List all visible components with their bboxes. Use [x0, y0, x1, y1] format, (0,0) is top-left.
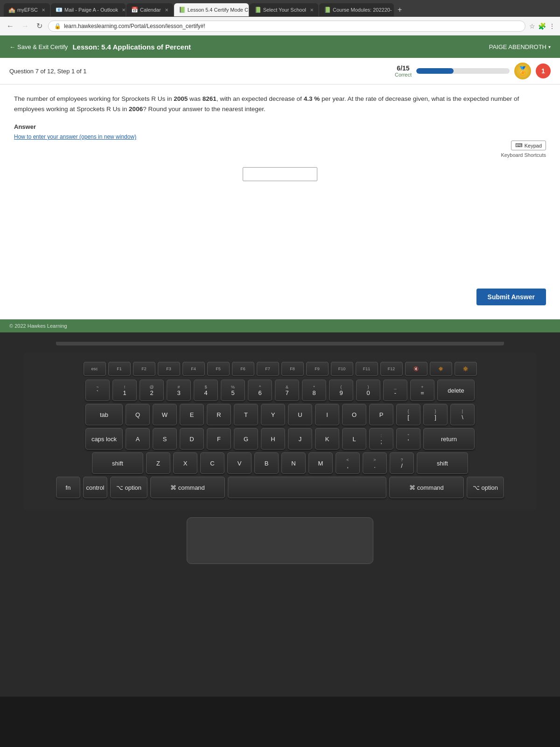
tab-close-calendar[interactable]: ✕: [165, 7, 168, 13]
keypad-button[interactable]: ⌨ Keypad: [511, 141, 546, 150]
menu-button[interactable]: ⋮: [549, 22, 555, 30]
key-h[interactable]: H: [261, 428, 285, 450]
key-comma[interactable]: <,: [336, 452, 360, 474]
key-l[interactable]: L: [342, 428, 366, 450]
key-capslock[interactable]: caps lock: [85, 428, 123, 450]
key-7[interactable]: &7: [275, 380, 299, 401]
key-command-right[interactable]: ⌘ command: [389, 477, 464, 498]
key-9[interactable]: (9: [329, 380, 353, 401]
tab-close-myefsc[interactable]: ✕: [42, 7, 45, 13]
key-n[interactable]: N: [281, 452, 306, 474]
tab-calendar[interactable]: 📅 Calendar ✕: [126, 3, 173, 16]
key-f11[interactable]: F11: [356, 362, 378, 376]
trackpad[interactable]: [187, 517, 373, 564]
key-command-left[interactable]: ⌘ command: [150, 477, 225, 498]
extensions-button[interactable]: 🧩: [538, 22, 546, 30]
key-rbracket[interactable]: }]: [423, 404, 448, 425]
key-j[interactable]: J: [288, 428, 312, 450]
key-minus[interactable]: _-: [383, 380, 407, 401]
tab-close-school[interactable]: ✕: [310, 7, 314, 13]
key-return[interactable]: return: [423, 428, 475, 450]
key-4[interactable]: $4: [194, 380, 218, 401]
key-f9[interactable]: F9: [306, 362, 329, 376]
key-f8[interactable]: F8: [281, 362, 304, 376]
key-backslash[interactable]: |\: [450, 404, 475, 425]
tab-close-mail[interactable]: ✕: [122, 7, 126, 13]
key-semicolon[interactable]: :;: [369, 428, 393, 450]
back-button[interactable]: ←: [5, 21, 16, 31]
tab-course[interactable]: 📗 Course Modules: 202220- ✕: [319, 3, 394, 16]
key-e[interactable]: E: [180, 404, 204, 425]
key-f7[interactable]: F7: [257, 362, 279, 376]
key-w[interactable]: W: [153, 404, 177, 425]
key-slash[interactable]: ?/: [390, 452, 414, 474]
key-brightness-down[interactable]: 🔅: [430, 362, 452, 376]
key-k[interactable]: K: [315, 428, 339, 450]
tab-lesson[interactable]: 📗 Lesson 5.4 Certify Mode C ✕: [174, 3, 249, 16]
key-y[interactable]: Y: [261, 404, 285, 425]
key-5[interactable]: %5: [221, 380, 245, 401]
key-option-right[interactable]: ⌥ option: [467, 477, 504, 498]
key-equals[interactable]: +=: [410, 380, 434, 401]
key-u[interactable]: U: [288, 404, 312, 425]
answer-input[interactable]: [243, 167, 317, 181]
key-z[interactable]: Z: [146, 452, 170, 474]
key-esc[interactable]: esc: [84, 362, 106, 376]
tab-school[interactable]: 📗 Select Your School ✕: [250, 3, 318, 16]
key-b[interactable]: B: [254, 452, 279, 474]
key-f3[interactable]: F3: [158, 362, 180, 376]
key-backtick[interactable]: ~`: [85, 380, 110, 401]
key-shift-left[interactable]: shift: [92, 452, 143, 474]
key-f6[interactable]: F6: [232, 362, 254, 376]
key-c[interactable]: C: [200, 452, 224, 474]
key-tab[interactable]: tab: [85, 404, 123, 425]
key-t[interactable]: T: [234, 404, 258, 425]
reload-button[interactable]: ↻: [35, 21, 44, 31]
key-s[interactable]: S: [153, 428, 177, 450]
key-f4[interactable]: F4: [182, 362, 205, 376]
answer-hint-link[interactable]: How to enter your answer (opens in new w…: [14, 134, 136, 140]
save-exit-button[interactable]: Save & Exit Certify: [9, 43, 68, 50]
key-6[interactable]: ^6: [248, 380, 272, 401]
key-f[interactable]: F: [207, 428, 231, 450]
key-f10[interactable]: F10: [331, 362, 353, 376]
key-2[interactable]: @2: [140, 380, 164, 401]
key-i[interactable]: I: [315, 404, 339, 425]
key-r[interactable]: R: [207, 404, 231, 425]
key-g[interactable]: G: [234, 428, 258, 450]
key-f1[interactable]: F1: [108, 362, 131, 376]
key-fn[interactable]: fn: [56, 477, 80, 498]
key-d[interactable]: D: [180, 428, 204, 450]
tab-myefsc[interactable]: 🏫 myEFSC ✕: [4, 3, 50, 16]
new-tab-button[interactable]: +: [395, 6, 405, 14]
key-0[interactable]: )0: [356, 380, 380, 401]
key-8[interactable]: *8: [302, 380, 326, 401]
key-quote[interactable]: "': [396, 428, 420, 450]
key-3[interactable]: #3: [167, 380, 191, 401]
key-v[interactable]: V: [227, 452, 252, 474]
key-f12[interactable]: F12: [380, 362, 403, 376]
submit-answer-button[interactable]: Submit Answer: [476, 289, 546, 305]
key-period[interactable]: >.: [363, 452, 387, 474]
keyboard-shortcuts-link[interactable]: Keyboard Shortcuts: [501, 152, 546, 158]
key-a[interactable]: A: [126, 428, 150, 450]
key-control[interactable]: control: [83, 477, 107, 498]
key-mute[interactable]: 🔇: [405, 362, 427, 376]
address-bar[interactable]: 🔒 learn.hawkeslearning.com/Portal/Lesson…: [48, 21, 525, 32]
key-space[interactable]: [228, 477, 386, 498]
key-1[interactable]: !1: [112, 380, 137, 401]
key-f5[interactable]: F5: [207, 362, 230, 376]
key-lbracket[interactable]: {[: [396, 404, 420, 425]
bookmark-button[interactable]: ☆: [529, 22, 535, 30]
key-brightness-up[interactable]: 🔆: [455, 362, 477, 376]
key-m[interactable]: M: [308, 452, 333, 474]
key-delete[interactable]: delete: [437, 380, 475, 401]
key-option-left[interactable]: ⌥ option: [110, 477, 147, 498]
key-q[interactable]: Q: [126, 404, 150, 425]
key-f2[interactable]: F2: [133, 362, 155, 376]
user-name-display[interactable]: PAIGE ABENDROTH: [489, 43, 551, 50]
tab-mail[interactable]: 📧 Mail - Paige A - Outlook ✕: [51, 3, 126, 16]
key-shift-right[interactable]: shift: [417, 452, 468, 474]
key-o[interactable]: O: [342, 404, 366, 425]
key-x[interactable]: X: [173, 452, 197, 474]
